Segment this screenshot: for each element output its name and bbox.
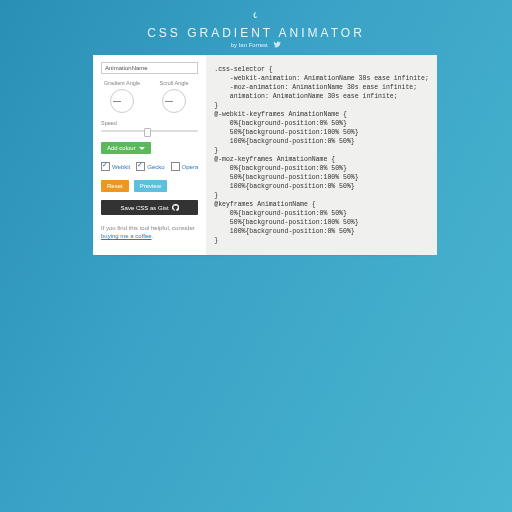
reset-button[interactable]: Reset <box>101 180 129 192</box>
speed-slider[interactable] <box>101 128 198 134</box>
checkbox-icon <box>101 162 110 171</box>
byline: by Ian Forrest <box>0 41 512 49</box>
prefix-opera[interactable]: Opera <box>171 162 199 171</box>
byline-text: by Ian Forrest <box>231 42 268 48</box>
prefix-row: Webkit Gecko Opera <box>101 162 198 171</box>
code-output[interactable]: .css-selector { -webkit-animation: Anima… <box>206 55 437 255</box>
speed-slider-thumb[interactable] <box>144 128 151 137</box>
main-panel: Gradient Angle Scroll Angle Speed Add co… <box>93 55 419 255</box>
help-text: If you find this tool helpful, consider … <box>101 224 198 240</box>
animation-name-input[interactable] <box>101 62 198 74</box>
coffee-link[interactable]: buying me a coffee <box>101 233 152 239</box>
app-title: CSS GRADIENT ANIMATOR <box>0 26 512 40</box>
speed-label: Speed <box>101 120 198 126</box>
prefix-webkit[interactable]: Webkit <box>101 162 130 171</box>
prefix-gecko[interactable]: Gecko <box>136 162 164 171</box>
checkbox-icon <box>171 162 180 171</box>
save-gist-button[interactable]: Save CSS as Gist <box>101 200 198 215</box>
add-colour-button[interactable]: Add colour <box>101 142 151 154</box>
preview-button[interactable]: Preview <box>134 180 167 192</box>
flame-icon <box>0 10 512 24</box>
gradient-angle-label: Gradient Angle <box>101 80 143 86</box>
controls-column: Gradient Angle Scroll Angle Speed Add co… <box>93 55 206 255</box>
caret-down-icon <box>139 147 145 150</box>
twitter-icon[interactable] <box>273 41 281 49</box>
github-icon <box>172 204 179 211</box>
scroll-angle-label: Scroll Angle <box>153 80 195 86</box>
checkbox-icon <box>136 162 145 171</box>
scroll-angle-knob[interactable] <box>162 89 186 113</box>
gradient-angle-knob[interactable] <box>110 89 134 113</box>
